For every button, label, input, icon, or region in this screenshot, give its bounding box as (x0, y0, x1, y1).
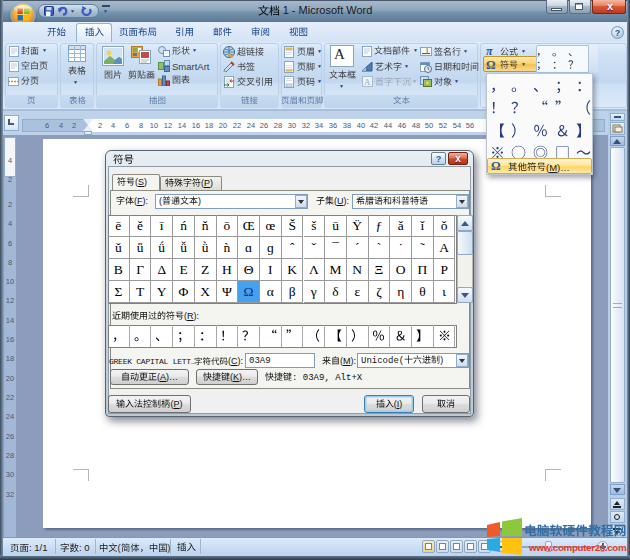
svg-text:A: A (364, 77, 371, 87)
